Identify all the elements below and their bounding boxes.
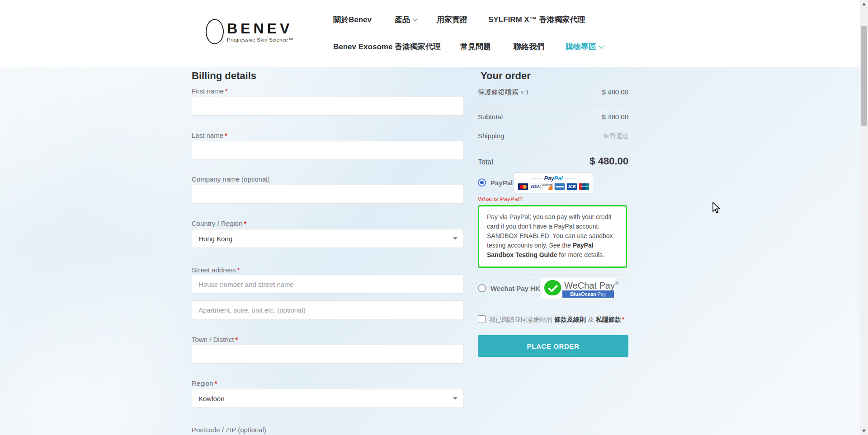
terms-checkbox[interactable] xyxy=(478,315,486,323)
logo-text: BENEV Progressive Skin Science™ xyxy=(227,21,293,42)
label-text: Region xyxy=(192,379,213,387)
wechat-radio[interactable] xyxy=(478,284,486,292)
divider xyxy=(478,104,628,105)
terms-mid-text: 及 xyxy=(586,316,596,323)
required-asterisk: * xyxy=(244,220,247,227)
discover-icon: DISCOVER xyxy=(542,183,553,190)
unionpay-icon xyxy=(579,183,590,190)
blueocean-text: BlueOcean xyxy=(570,292,596,297)
decorative-line xyxy=(531,178,542,178)
company-name-input[interactable] xyxy=(192,185,464,204)
street-address-label: Street address* xyxy=(192,266,240,274)
description-pre: Pay via PayPal; you can pay with your cr… xyxy=(487,213,613,249)
required-asterisk: * xyxy=(235,336,238,343)
wechat-bubble-icon xyxy=(544,280,561,295)
required-asterisk: * xyxy=(215,379,217,387)
wechat-wordmark: WeChat Pay® xyxy=(564,281,618,291)
order-item-name: 保護修復噴霧 × 1 xyxy=(478,88,529,97)
what-is-paypal-link[interactable]: What is PayPal? xyxy=(478,196,523,202)
subtotal-label: Subtotal xyxy=(478,113,503,121)
label-text: Town / District xyxy=(192,336,234,343)
scrollbar-down-arrow[interactable] xyxy=(862,430,866,432)
nav-item-testimonials[interactable]: 用家實證 xyxy=(437,15,467,25)
region-select[interactable]: Kowloon xyxy=(192,389,464,408)
nav-item-shop[interactable]: 購物專區 xyxy=(566,42,603,52)
subtotal-row: Subtotal $ 480.00 xyxy=(478,113,628,121)
label-text: Last name xyxy=(192,131,223,139)
nav-item-about-benev[interactable]: 關於Benev xyxy=(333,15,372,25)
company-name-label: Company name (optional) xyxy=(192,175,270,183)
label-text: Postcode / ZIP (optional) xyxy=(192,426,266,434)
privacy-policy-link[interactable]: 私隱條款 xyxy=(596,316,621,323)
amex-icon xyxy=(554,183,565,190)
description-post: for more details. xyxy=(557,251,604,258)
shipping-value: 免費運送 xyxy=(603,132,628,140)
paypal-description-text: Pay via PayPal; you can pay with your cr… xyxy=(487,212,618,260)
terms-conditions-link[interactable]: 條款及細則 xyxy=(554,316,586,323)
place-order-button[interactable]: PLACE ORDER xyxy=(478,335,628,357)
required-asterisk: * xyxy=(622,316,624,323)
required-asterisk: * xyxy=(225,131,227,139)
decorative-line xyxy=(565,178,576,178)
street-address-1-input[interactable] xyxy=(192,275,464,294)
visa-icon: VISA xyxy=(530,183,541,190)
scrollbar-thumb[interactable] xyxy=(861,26,867,126)
paypal-logo: PayPal xyxy=(514,175,593,182)
divider xyxy=(478,127,628,127)
registered-mark: ® xyxy=(615,281,618,286)
nav-label: 聯絡我們 xyxy=(514,42,544,51)
nav-label: Benev Exosome 香港獨家代理 xyxy=(333,42,441,51)
nav-label: SYLFIRM X™ 香港獨家代理 xyxy=(488,15,585,24)
select-caret-icon xyxy=(453,237,458,240)
logo-tagline: Progressive Skin Science™ xyxy=(227,37,293,42)
street-address-2-input[interactable] xyxy=(192,300,464,319)
paypal-acceptance-mark[interactable]: PayPal VISA DISCOVER JCB xyxy=(514,173,593,193)
nav-item-contact[interactable]: 聯絡我們 xyxy=(514,42,544,52)
your-order-title: Your order xyxy=(481,71,531,81)
paypal-word-pal: Pal xyxy=(554,175,563,182)
shipping-label: Shipping xyxy=(478,132,504,140)
brand-logo[interactable]: BENEV Progressive Skin Science™ xyxy=(206,19,293,44)
label-text: Street address xyxy=(192,266,236,274)
terms-pre-text: 我已閱讀並同意網站的 xyxy=(489,316,554,323)
logo-brand-text: BENEV xyxy=(227,21,293,36)
product-price: $ 480.00 xyxy=(602,88,628,96)
first-name-label: First name* xyxy=(192,87,228,95)
total-label: Total xyxy=(478,158,493,166)
nav-item-faq[interactable]: 常見問題 xyxy=(460,42,491,52)
nav-item-sylfirm-x[interactable]: SYLFIRM X™ 香港獨家代理 xyxy=(488,15,585,25)
label-text: First name xyxy=(192,87,224,95)
region-label: Region* xyxy=(192,379,217,387)
paypal-radio[interactable] xyxy=(478,178,486,187)
nav-label: 常見問題 xyxy=(460,42,491,51)
total-value: $ 480.00 xyxy=(590,155,628,167)
country-select[interactable]: Hong Kong xyxy=(192,229,464,248)
card-logos-row: VISA DISCOVER JCB xyxy=(514,183,593,190)
blueocean-pay-text: Pay xyxy=(598,292,606,297)
region-selected-value: Kowloon xyxy=(198,395,225,402)
nav-label: 產品 xyxy=(395,15,410,24)
nav-label: 關於Benev xyxy=(333,15,372,24)
nav-item-products[interactable]: 產品 xyxy=(395,15,417,25)
jcb-icon: JCB xyxy=(566,183,577,190)
blueocean-pay-badge: BlueOceanPay xyxy=(562,290,614,298)
nav-label: 購物專區 xyxy=(566,42,596,51)
country-region-label: Country / Region* xyxy=(192,220,246,227)
scrollbar[interactable] xyxy=(860,0,868,435)
first-name-input[interactable] xyxy=(192,97,464,116)
select-caret-icon xyxy=(453,397,458,400)
checkout-page: BENEV Progressive Skin Science™ 關於Benev … xyxy=(0,0,868,435)
total-row: Total $ 480.00 xyxy=(478,155,628,167)
scrollbar-up-arrow[interactable] xyxy=(862,3,866,5)
divider xyxy=(478,274,628,275)
nav-item-benev-exosome[interactable]: Benev Exosome 香港獨家代理 xyxy=(333,42,441,52)
town-district-input[interactable] xyxy=(192,345,464,364)
divider xyxy=(478,150,628,151)
last-name-input[interactable] xyxy=(192,141,464,160)
mastercard-icon xyxy=(518,183,528,190)
chevron-down-icon xyxy=(599,43,604,48)
paypal-label: PayPal xyxy=(491,179,513,187)
site-header: BENEV Progressive Skin Science™ 關於Benev … xyxy=(0,0,868,67)
town-district-label: Town / District* xyxy=(192,336,238,343)
wechat-pay-label: Wechat Pay HK xyxy=(491,285,540,292)
